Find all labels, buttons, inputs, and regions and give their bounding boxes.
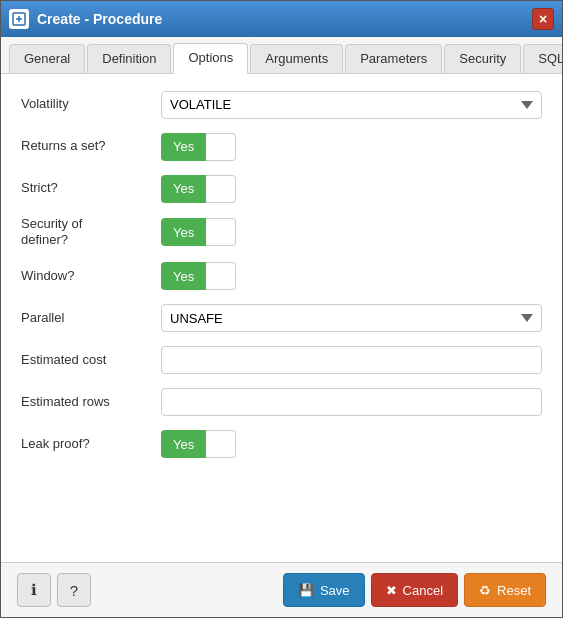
reset-button[interactable]: ♻ Reset [464,573,546,607]
security-definer-label: Security of definer? [21,216,161,250]
returns-set-no[interactable] [206,133,236,161]
cancel-icon: ✖ [386,583,397,598]
form-content: Volatility VOLATILE STABLE IMMUTABLE Ret… [1,74,562,562]
help-button[interactable]: ? [57,573,91,607]
security-definer-no[interactable] [206,218,236,246]
window-yes[interactable]: Yes [161,262,206,290]
reset-label: Reset [497,583,531,598]
leak-proof-row: Leak proof? Yes [21,429,542,459]
footer-left: ℹ ? [17,573,91,607]
security-definer-row: Security of definer? Yes [21,216,542,250]
estimated-cost-input[interactable] [161,346,542,374]
strict-yes[interactable]: Yes [161,175,206,203]
estimated-cost-control [161,346,542,374]
footer-right: 💾 Save ✖ Cancel ♻ Reset [283,573,546,607]
tab-security[interactable]: Security [444,44,521,73]
leak-proof-label: Leak proof? [21,436,161,453]
tab-definition[interactable]: Definition [87,44,171,73]
leak-proof-toggle: Yes [161,430,542,458]
security-definer-yes[interactable]: Yes [161,218,206,246]
estimated-rows-row: Estimated rows [21,387,542,417]
leak-proof-yes[interactable]: Yes [161,430,206,458]
returns-set-toggle: Yes [161,133,542,161]
save-button[interactable]: 💾 Save [283,573,365,607]
strict-toggle: Yes [161,175,542,203]
tab-sql[interactable]: SQL [523,44,563,73]
leak-proof-control: Yes [161,430,542,458]
estimated-cost-row: Estimated cost [21,345,542,375]
returns-set-label: Returns a set? [21,138,161,155]
volatility-label: Volatility [21,96,161,113]
tab-arguments[interactable]: Arguments [250,44,343,73]
tab-general[interactable]: General [9,44,85,73]
main-window: Create - Procedure × General Definition … [0,0,563,618]
strict-control: Yes [161,175,542,203]
estimated-cost-label: Estimated cost [21,352,161,369]
estimated-rows-label: Estimated rows [21,394,161,411]
tab-parameters[interactable]: Parameters [345,44,442,73]
window-row: Window? Yes [21,261,542,291]
footer: ℹ ? 💾 Save ✖ Cancel ♻ Reset [1,562,562,617]
window-label: Window? [21,268,161,285]
leak-proof-no[interactable] [206,430,236,458]
cancel-button[interactable]: ✖ Cancel [371,573,458,607]
save-label: Save [320,583,350,598]
security-definer-toggle: Yes [161,218,542,246]
tab-bar: General Definition Options Arguments Par… [1,37,562,74]
estimated-rows-input[interactable] [161,388,542,416]
strict-row: Strict? Yes [21,174,542,204]
app-icon [9,9,29,29]
returns-set-row: Returns a set? Yes [21,132,542,162]
save-icon: 💾 [298,583,314,598]
reset-icon: ♻ [479,583,491,598]
title-bar: Create - Procedure × [1,1,562,37]
info-button[interactable]: ℹ [17,573,51,607]
security-definer-control: Yes [161,218,542,246]
volatility-control: VOLATILE STABLE IMMUTABLE [161,91,542,119]
parallel-label: Parallel [21,310,161,327]
strict-label: Strict? [21,180,161,197]
parallel-row: Parallel UNSAFE RESTRICTED SAFE [21,303,542,333]
estimated-rows-control [161,388,542,416]
window-no[interactable] [206,262,236,290]
parallel-control: UNSAFE RESTRICTED SAFE [161,304,542,332]
window-title: Create - Procedure [37,11,532,27]
volatility-row: Volatility VOLATILE STABLE IMMUTABLE [21,90,542,120]
window-toggle: Yes [161,262,542,290]
returns-set-yes[interactable]: Yes [161,133,206,161]
tab-options[interactable]: Options [173,43,248,74]
volatility-select[interactable]: VOLATILE STABLE IMMUTABLE [161,91,542,119]
strict-no[interactable] [206,175,236,203]
parallel-select[interactable]: UNSAFE RESTRICTED SAFE [161,304,542,332]
close-button[interactable]: × [532,8,554,30]
window-control: Yes [161,262,542,290]
cancel-label: Cancel [403,583,443,598]
returns-set-control: Yes [161,133,542,161]
